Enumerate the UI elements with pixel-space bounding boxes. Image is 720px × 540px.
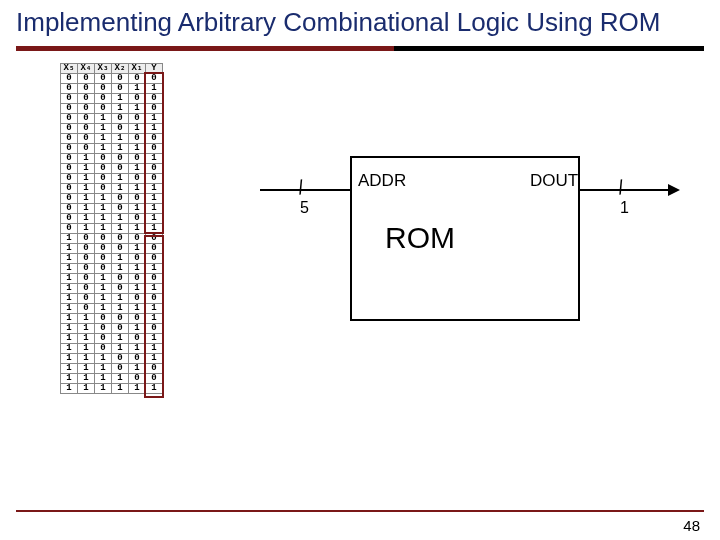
table-cell: 1	[129, 143, 146, 153]
table-cell: 0	[61, 133, 78, 143]
table-row: 011001	[61, 193, 163, 203]
table-cell: 0	[146, 373, 163, 383]
table-cell: 0	[146, 323, 163, 333]
table-cell: 1	[146, 333, 163, 343]
table-cell: 1	[146, 83, 163, 93]
addr-bus-slash: /	[296, 176, 305, 200]
table-row: 100111	[61, 263, 163, 273]
table-row: 111100	[61, 373, 163, 383]
table-cell: 0	[129, 113, 146, 123]
table-cell: 0	[112, 313, 129, 323]
table-cell: 1	[112, 213, 129, 223]
table-cell: 0	[112, 163, 129, 173]
table-cell: 0	[95, 93, 112, 103]
table-cell: 0	[61, 213, 78, 223]
table-cell: 0	[61, 153, 78, 163]
table-cell: 1	[112, 253, 129, 263]
table-header: X₅	[61, 63, 78, 73]
table-cell: 0	[95, 333, 112, 343]
table-cell: 1	[95, 223, 112, 233]
table-row: 001100	[61, 133, 163, 143]
table-cell: 1	[95, 353, 112, 363]
table-cell: 0	[61, 103, 78, 113]
table-row: 110010	[61, 323, 163, 333]
table-cell: 0	[95, 243, 112, 253]
table-cell: 0	[112, 323, 129, 333]
table-cell: 1	[129, 223, 146, 233]
table-cell: 1	[129, 343, 146, 353]
table-cell: 1	[129, 303, 146, 313]
table-cell: 0	[146, 103, 163, 113]
table-cell: 1	[146, 183, 163, 193]
table-cell: 1	[112, 383, 129, 393]
addr-port-label: ADDR	[358, 171, 406, 191]
table-cell: 0	[61, 123, 78, 133]
table-cell: 0	[78, 73, 95, 83]
table-cell: 1	[95, 303, 112, 313]
table-cell: 0	[78, 233, 95, 243]
table-cell: 1	[95, 373, 112, 383]
table-cell: 0	[146, 293, 163, 303]
table-cell: 0	[146, 173, 163, 183]
table-cell: 1	[112, 93, 129, 103]
table-cell: 1	[61, 323, 78, 333]
table-row: 111111	[61, 383, 163, 393]
table-cell: 0	[129, 153, 146, 163]
table-cell: 1	[61, 353, 78, 363]
table-cell: 0	[95, 73, 112, 83]
table-cell: 0	[146, 253, 163, 263]
table-header: X₁	[129, 63, 146, 73]
table-cell: 0	[129, 313, 146, 323]
table-cell: 1	[61, 233, 78, 243]
table-cell: 1	[61, 253, 78, 263]
table-cell: 1	[146, 203, 163, 213]
table-row: 101111	[61, 303, 163, 313]
table-row: 011111	[61, 223, 163, 233]
table-cell: 1	[61, 373, 78, 383]
table-cell: 1	[61, 273, 78, 283]
table-cell: 1	[78, 183, 95, 193]
rom-label: ROM	[385, 221, 455, 255]
table-row: 100010	[61, 243, 163, 253]
table-cell: 0	[61, 163, 78, 173]
table-cell: 0	[146, 163, 163, 173]
addr-wire	[260, 189, 350, 191]
table-cell: 0	[78, 243, 95, 253]
table-cell: 0	[78, 253, 95, 263]
table-cell: 0	[112, 363, 129, 373]
table-cell: 1	[61, 263, 78, 273]
truth-table: X₅X₄X₃X₂X₁Y 0000000000110001000001100010…	[60, 63, 163, 394]
table-cell: 0	[95, 183, 112, 193]
table-cell: 0	[129, 293, 146, 303]
table-cell: 1	[129, 103, 146, 113]
slide-title: Implementing Arbitrary Combinational Log…	[0, 0, 720, 42]
table-cell: 1	[78, 333, 95, 343]
table-cell: 0	[112, 73, 129, 83]
table-cell: 1	[78, 213, 95, 223]
table-cell: 1	[112, 183, 129, 193]
table-cell: 0	[95, 253, 112, 263]
table-cell: 0	[112, 203, 129, 213]
table-cell: 1	[78, 323, 95, 333]
table-cell: 1	[61, 303, 78, 313]
table-row: 111010	[61, 363, 163, 373]
table-cell: 1	[112, 133, 129, 143]
table-cell: 1	[61, 313, 78, 323]
table-cell: 0	[129, 193, 146, 203]
table-cell: 1	[129, 383, 146, 393]
table-cell: 1	[146, 213, 163, 223]
table-cell: 0	[61, 83, 78, 93]
table-row: 010100	[61, 173, 163, 183]
table-cell: 0	[78, 143, 95, 153]
table-cell: 0	[146, 273, 163, 283]
table-cell: 1	[112, 103, 129, 113]
table-cell: 0	[61, 113, 78, 123]
table-cell: 1	[129, 163, 146, 173]
table-cell: 1	[95, 383, 112, 393]
table-row: 101100	[61, 293, 163, 303]
table-cell: 1	[95, 213, 112, 223]
table-cell: 1	[146, 353, 163, 363]
table-row: 101011	[61, 283, 163, 293]
table-cell: 1	[61, 343, 78, 353]
table-cell: 0	[61, 93, 78, 103]
